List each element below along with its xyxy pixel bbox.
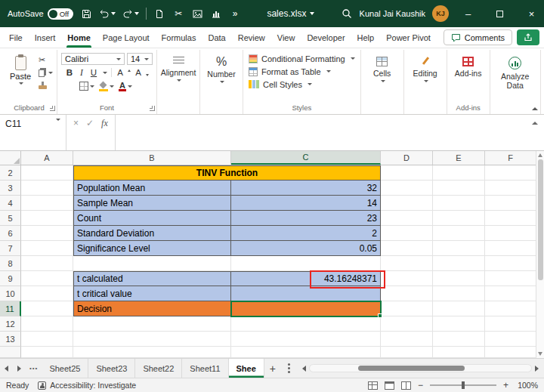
cell-A12[interactable] [21,316,73,332]
cell-E10[interactable] [433,286,485,301]
sheet-tab-shee[interactable]: Shee [229,359,264,378]
cell-C9[interactable]: 43.16248371 [231,271,381,286]
cell-F-partial[interactable] [485,347,536,358]
cell-B10[interactable]: t critical value [73,286,231,301]
paste-button[interactable]: Paste [5,52,36,85]
cell-B8[interactable] [73,256,231,271]
page-break-view-button[interactable] [401,381,411,390]
cell-D7[interactable] [381,241,433,256]
borders-button[interactable] [79,82,94,91]
cell-D-partial[interactable] [381,347,433,358]
ribbon-tab-help[interactable]: Help [351,27,381,48]
undo-button[interactable] [99,7,116,20]
autosave-toggle[interactable]: AutoSave Off [8,8,73,20]
cell-A10[interactable] [21,286,73,301]
cell-F2[interactable] [485,165,536,181]
row-header-4[interactable]: 4 [0,196,21,211]
font-name-select[interactable]: Calibri [61,53,125,65]
cell-F9[interactable] [485,271,536,286]
addins-button[interactable]: Add-ins [451,52,486,78]
minimize-button[interactable]: – [456,0,481,27]
next-sheet-button[interactable] [13,359,26,378]
comments-button[interactable]: Comments [444,29,512,45]
zoom-out-button[interactable]: − [418,380,423,390]
cell-D13[interactable] [381,332,433,347]
normal-view-button[interactable] [368,381,378,390]
cell-A13[interactable] [21,332,73,347]
cell-F3[interactable] [485,181,536,196]
column-header-A[interactable]: A [21,151,73,165]
cell-C-partial[interactable] [231,347,381,358]
cells-button[interactable]: Cells [365,52,400,82]
previous-sheet-button[interactable] [0,359,13,378]
row-header-12[interactable]: 12 [0,316,21,332]
column-header-B[interactable]: B [73,151,231,165]
format-as-table-button[interactable]: Format as Table [247,65,357,78]
cell-E5[interactable] [433,211,485,226]
conditional-formatting-button[interactable]: Conditional Formatting [247,52,357,65]
document-button[interactable] [153,7,165,20]
cell-D9[interactable] [381,271,433,286]
cell-F13[interactable] [485,332,536,347]
ribbon-tab-developer[interactable]: Developer [301,27,351,48]
bold-button[interactable]: B [65,68,75,77]
cell-C3[interactable]: 32 [231,181,381,196]
ribbon-tab-page-layout[interactable]: Page Layout [97,27,156,48]
collapse-formula-bar-button[interactable] [526,115,544,150]
new-sheet-button[interactable]: + [264,359,281,378]
sheet-tab-sheet25[interactable]: Sheet25 [42,359,88,378]
ribbon-tab-home[interactable]: Home [61,27,97,48]
column-header-E[interactable]: E [433,151,485,165]
cell-C8[interactable] [231,256,381,271]
user-avatar[interactable]: KJ [432,5,449,22]
redo-button[interactable] [122,7,139,20]
ribbon-tab-file[interactable]: File [3,27,29,48]
cell-E-partial[interactable] [433,347,485,358]
ribbon-tab-formulas[interactable]: Formulas [156,27,202,48]
autosave-switch[interactable]: Off [48,8,74,20]
scroll-down-arrow-icon[interactable] [538,352,542,356]
cell-A5[interactable] [21,211,73,226]
cell-E8[interactable] [433,256,485,271]
cell-F6[interactable] [485,226,536,241]
cell-F11[interactable] [485,301,536,316]
share-button[interactable] [517,29,539,45]
cell-E2[interactable] [433,165,485,181]
cell-A8[interactable] [21,256,73,271]
cell-B3[interactable]: Population Mean [73,181,231,196]
cell-F10[interactable] [485,286,536,301]
cut-quick-button[interactable]: ✂ [172,7,184,20]
row-header-2[interactable]: 2 [0,165,21,181]
cell-C7[interactable]: 0.05 [231,241,381,256]
ribbon-tab-view[interactable]: View [271,27,301,48]
underline-button[interactable]: U [89,68,99,77]
font-size-select[interactable]: 14 [127,53,153,65]
cell-B4[interactable]: Sample Mean [73,196,231,211]
cell-F7[interactable] [485,241,536,256]
zoom-in-button[interactable]: + [503,380,508,390]
grow-font-button[interactable]: A [116,68,125,77]
vertical-scrollbar[interactable] [536,151,544,358]
cell-B11[interactable]: Decision [73,301,231,316]
cell-D11[interactable] [381,301,433,316]
cell-A3[interactable] [21,181,73,196]
cell-F5[interactable] [485,211,536,226]
maximize-button[interactable] [487,0,512,27]
analyze-data-button[interactable]: Analyze Data [494,52,536,90]
row-header-13[interactable]: 13 [0,332,21,347]
row-header-5[interactable]: 5 [0,211,21,226]
cell-C10[interactable] [231,286,381,301]
cancel-button[interactable]: × [73,118,79,128]
cell-D6[interactable] [381,226,433,241]
sheet-tab-sheet22[interactable]: Sheet22 [135,359,182,378]
ribbon-tab-insert[interactable]: Insert [29,27,62,48]
cell-C5[interactable]: 23 [231,211,381,226]
cell-E4[interactable] [433,196,485,211]
page-layout-view-button[interactable] [385,381,394,390]
editing-button[interactable]: Editing [408,52,443,82]
scroll-right-arrow-icon[interactable] [535,366,539,372]
ribbon-tab-data[interactable]: Data [202,27,231,48]
scroll-up-arrow-icon[interactable] [538,153,542,157]
font-color-button[interactable]: A [119,82,132,91]
column-header-F[interactable]: F [485,151,536,165]
